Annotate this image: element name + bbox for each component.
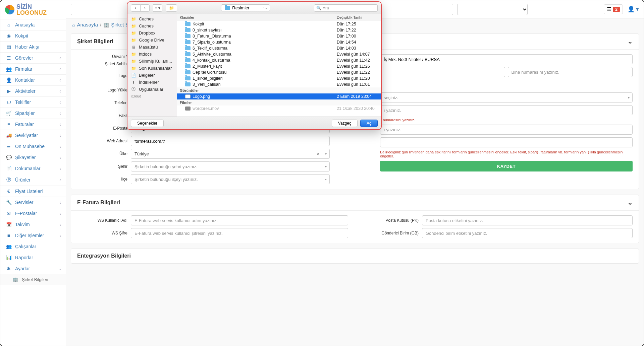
nav-item-ön-muhasebe[interactable]: ≣Ön Muhasebe bbox=[0, 141, 66, 152]
file-row[interactable]: 3_Yeni_calisanEvvelsi gün 11:01 bbox=[177, 81, 381, 87]
collapse-icon[interactable]: ⌄ bbox=[628, 199, 633, 206]
nav-item-ayarlar[interactable]: ✱Ayarlar bbox=[0, 263, 66, 274]
file-row[interactable]: 2_Musteri_kayitEvvelsi gün 11:26 bbox=[177, 63, 381, 69]
nav-label: Görevler bbox=[15, 55, 33, 61]
file-row[interactable]: 8_Fatura_OlusturmaDün 17:00 bbox=[177, 33, 381, 39]
file-row[interactable]: 7_Siparis_olusturmaDün 14:54 bbox=[177, 39, 381, 45]
nav-label: Çalışanlar bbox=[15, 244, 36, 249]
folder-icon bbox=[185, 64, 191, 68]
file-row[interactable]: 0_sirket sayfasıDün 17:22 bbox=[177, 27, 381, 33]
file-row[interactable]: Logo.png2 Ekim 2019 23:04 bbox=[177, 93, 381, 99]
file-date: Dün 17:25 bbox=[334, 21, 381, 27]
nav-item-teklifler[interactable]: 🏷Teklifler bbox=[0, 96, 66, 108]
location-icon: 📁 bbox=[131, 17, 136, 21]
nav-item-anasayfa[interactable]: ⌂Anasayfa bbox=[0, 19, 66, 30]
user-menu-button[interactable]: 👤 ▾ bbox=[628, 6, 639, 13]
sidebar-location[interactable]: 📁Google Drive bbox=[127, 37, 177, 44]
file-row[interactable]: 5_Aktivite_olusturmaEvvelsi gün 14:07 bbox=[177, 51, 381, 57]
file-row[interactable]: wordpres.mov21 Ocak 2020 20:40 bbox=[177, 106, 381, 112]
ws-pass-input[interactable] bbox=[131, 228, 348, 238]
breadcrumb-home[interactable]: Anasayfa bbox=[77, 22, 98, 27]
clear-icon[interactable]: ✕ bbox=[316, 151, 320, 156]
nav-item-diğer-i̇şlemler[interactable]: ■Diğer İşlemler bbox=[0, 230, 66, 241]
dialog-search-input[interactable] bbox=[323, 6, 375, 10]
logo: SİZİN LOGONUZ bbox=[0, 0, 66, 19]
sidebar-section-label: iCloud bbox=[127, 93, 177, 99]
nav-item-takvim[interactable]: 📅Takvim bbox=[0, 219, 66, 230]
entegrasyon-panel: Entegrasyon Bilgileri bbox=[71, 249, 639, 264]
sidebar-location[interactable]: 📁Caches bbox=[127, 22, 177, 29]
nav-subitem[interactable]: 🏢Şirket Bilgileri bbox=[0, 274, 66, 285]
sirket-sahibi-label: Şirket Sahibi bbox=[77, 62, 127, 66]
file-row[interactable]: Cep tel GörüntüsüEvvelsi gün 11:22 bbox=[177, 69, 381, 75]
nav-item-aktiviteler[interactable]: ▶Aktiviteler bbox=[0, 85, 66, 96]
col-name-header[interactable]: Klasörler bbox=[177, 14, 334, 21]
options-button[interactable]: Seçenekler bbox=[131, 120, 164, 127]
select-field[interactable]: seçiniz. bbox=[380, 92, 633, 102]
col-date-header[interactable]: Değişiklik Tarihi bbox=[334, 14, 381, 21]
collapse-icon[interactable]: ⌄ bbox=[628, 38, 633, 45]
sidebar-location[interactable]: 📁htdocs bbox=[127, 51, 177, 58]
view-mode-button[interactable]: ≡ ▾ bbox=[153, 4, 162, 12]
file-name: 6_Teklif_olusturma bbox=[193, 46, 227, 51]
file-row[interactable]: KokpitDün 17:25 bbox=[177, 21, 381, 27]
sidebar-location[interactable]: 📄Belgeler bbox=[127, 72, 177, 79]
sidebar-location[interactable]: 📁Dropbox bbox=[127, 29, 177, 37]
back-button[interactable]: ‹ bbox=[131, 4, 140, 12]
gb-input[interactable] bbox=[422, 228, 633, 238]
nav-item-şikayetler[interactable]: 💬Şikayetler bbox=[0, 152, 66, 163]
nav-item-görevler[interactable]: ☰Görevler bbox=[0, 52, 66, 63]
nav-item-haber-akışı[interactable]: ▤Haber Akışı bbox=[0, 41, 66, 52]
nav-item-kokpit[interactable]: ◉Kokpit bbox=[0, 30, 66, 41]
location-selector[interactable]: Resimler bbox=[221, 4, 270, 11]
nav-item-raporlar[interactable]: 📊Raporlar bbox=[0, 252, 66, 263]
open-button[interactable]: Aç bbox=[360, 120, 378, 127]
top-select[interactable] bbox=[457, 4, 528, 15]
file-row[interactable]: 6_Teklif_olusturmaDün 14:03 bbox=[177, 45, 381, 51]
nav-item-fiyat-listeleri[interactable]: €Fiyat Listeleri bbox=[0, 186, 66, 197]
sehir-select[interactable]: Şirketin bulunduğu şehri yazınız. bbox=[131, 161, 330, 171]
nav-item-kontaklar[interactable]: 👤Kontaklar bbox=[0, 74, 66, 85]
pk-input[interactable] bbox=[422, 215, 633, 225]
sidebar-location[interactable]: 📁Silinmiş Kullanı... bbox=[127, 58, 177, 65]
address-input[interactable] bbox=[380, 54, 633, 64]
ilce-select[interactable]: Şirketin bulunduğu ilçeyi yazınız. bbox=[131, 174, 330, 184]
notification-button[interactable]: ☰ 2 bbox=[604, 4, 623, 14]
news-icon: ▤ bbox=[6, 44, 12, 50]
sidebar-location[interactable]: 📁Son Kullanılanlar bbox=[127, 65, 177, 72]
sidebar-location[interactable]: 🖥Masaüstü bbox=[127, 44, 177, 51]
file-row[interactable]: 1_sirket_bilgileriEvvelsi gün 11:20 bbox=[177, 75, 381, 81]
nav-label: Anasayfa bbox=[15, 22, 35, 27]
nav-label: E-Postalar bbox=[15, 211, 37, 216]
nav-item-servisler[interactable]: 🔧Servisler bbox=[0, 197, 66, 208]
web-input[interactable] bbox=[131, 136, 330, 146]
ws-user-input[interactable] bbox=[131, 215, 348, 225]
sidebar-location[interactable]: 📁Caches bbox=[127, 15, 177, 22]
nav-item-sevkiyatlar[interactable]: 🚚Sevkiyatlar bbox=[0, 130, 66, 141]
bina-input[interactable] bbox=[508, 67, 633, 77]
partial-input-2[interactable] bbox=[380, 105, 633, 115]
company-info-icon: 🏢 bbox=[12, 277, 18, 282]
file-row[interactable]: 4_kontak_olusturmaEvvelsi gün 11:42 bbox=[177, 57, 381, 63]
sidebar-location[interactable]: ⬇İndirilenler bbox=[127, 79, 177, 86]
nav-label: Teklifler bbox=[15, 99, 31, 105]
nav-item-dokümanlar[interactable]: 📄Dokümanlar bbox=[0, 163, 66, 174]
sokak-input[interactable] bbox=[380, 67, 505, 77]
nav-label: Aktiviteler bbox=[15, 88, 36, 94]
save-button[interactable]: KAYDET bbox=[380, 161, 633, 171]
nav-item-ürünler[interactable]: ⓅÜrünler bbox=[0, 174, 66, 186]
nav-item-siparişler[interactable]: 🛒Siparişler bbox=[0, 108, 66, 119]
forward-button[interactable]: › bbox=[140, 4, 150, 12]
nav-item-faturalar[interactable]: ≡Faturalar bbox=[0, 119, 66, 130]
nav-item-e-postalar[interactable]: ✉E-Postalar bbox=[0, 208, 66, 219]
cancel-button[interactable]: Vazgeç bbox=[332, 120, 358, 127]
nav-item-firmalar[interactable]: 👥Firmalar bbox=[0, 63, 66, 74]
partial-input-3[interactable] bbox=[380, 125, 633, 135]
dialog-footer: Seçenekler Vazgeç Aç bbox=[127, 117, 381, 129]
partial-input-4[interactable] bbox=[380, 137, 633, 147]
nav-item-çalışanlar[interactable]: 👥Çalışanlar bbox=[0, 241, 66, 252]
ulke-select[interactable]: Türkiye✕ bbox=[131, 149, 330, 159]
dialog-search[interactable]: 🔍 bbox=[314, 4, 378, 12]
sidebar-location[interactable]: ⒶUygulamalar bbox=[127, 86, 177, 93]
folder-button[interactable]: 📁 bbox=[166, 4, 177, 12]
